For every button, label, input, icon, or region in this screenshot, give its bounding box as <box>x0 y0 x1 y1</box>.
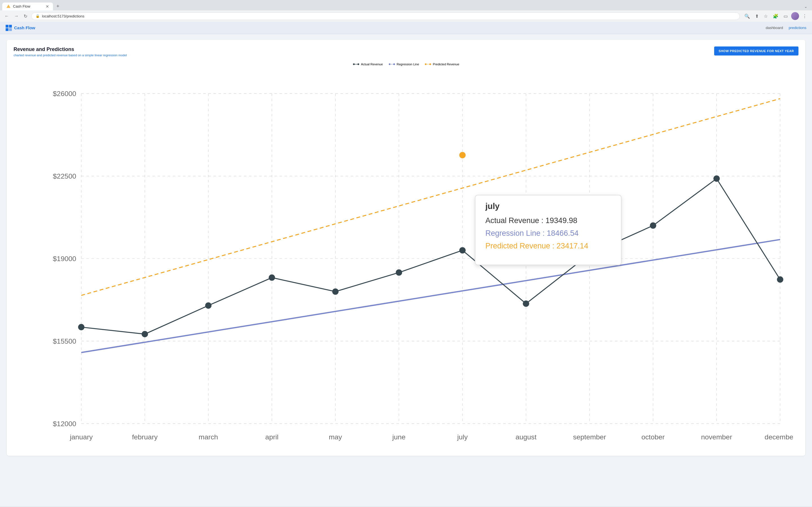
svg-text:Month: Month <box>420 449 441 449</box>
app-nav: dashboard predictions <box>766 25 806 30</box>
regression-line-icon <box>389 62 395 66</box>
svg-text:july: july <box>485 202 500 211</box>
app-header: Cash Flow dashboard predictions <box>0 22 812 34</box>
legend-regression-label: Regression Line <box>397 62 419 66</box>
card-title-area: Revenue and Predictions charted revenue … <box>13 47 127 57</box>
svg-text:$12000: $12000 <box>53 420 77 428</box>
avatar[interactable] <box>791 12 799 20</box>
card-subtitle: charted revenue and predicted revenue ba… <box>13 54 127 57</box>
svg-text:may: may <box>329 433 342 441</box>
data-point-mar[interactable] <box>205 302 212 309</box>
svg-text:march: march <box>199 433 218 441</box>
svg-text:november: november <box>701 433 732 441</box>
chart-card: Revenue and Predictions charted revenue … <box>7 40 805 456</box>
data-point-jan[interactable] <box>78 324 85 330</box>
extensions-button[interactable]: 🧩 <box>771 12 780 20</box>
svg-rect-3 <box>6 28 8 31</box>
card-header: Revenue and Predictions charted revenue … <box>13 47 799 57</box>
svg-text:Predicted Revenue : 23417.14: Predicted Revenue : 23417.14 <box>485 242 588 250</box>
chart-legend: Actual Revenue Regression Line <box>13 62 799 66</box>
svg-text:february: february <box>132 433 158 441</box>
legend-predicted: Predicted Revenue <box>424 62 459 66</box>
dashboard-link[interactable]: dashboard <box>766 25 783 30</box>
logo-text: Cash Flow <box>14 25 35 30</box>
svg-line-50 <box>81 239 780 352</box>
chart-svg: Revenue in CAD $26000 $22500 $19000 $155… <box>31 68 793 449</box>
legend-actual-label: Actual Revenue <box>361 62 383 66</box>
tab-bar: Cash Flow ✕ + ⌄ <box>0 0 812 10</box>
tab-favicon <box>6 4 11 9</box>
refresh-button[interactable]: ↻ <box>22 12 29 20</box>
card-title: Revenue and Predictions <box>13 47 127 52</box>
logo-icon <box>6 25 12 31</box>
data-point-oct[interactable] <box>650 223 656 229</box>
data-point-jun[interactable] <box>396 269 402 276</box>
share-button[interactable]: ⬆ <box>753 12 760 20</box>
address-bar: ← → ↻ 🔒 localhost:5173/predictions 🔍 ⬆ ☆… <box>0 10 812 22</box>
menu-button[interactable]: ⋮ <box>801 12 809 20</box>
svg-line-51 <box>81 99 780 295</box>
svg-point-7 <box>357 63 359 65</box>
browser-chrome: Cash Flow ✕ + ⌄ ← → ↻ 🔒 localhost:5173/p… <box>0 0 812 22</box>
data-point-feb[interactable] <box>142 331 148 337</box>
search-button[interactable]: 🔍 <box>743 12 752 20</box>
svg-text:Regression Line : 18466.54: Regression Line : 18466.54 <box>485 229 578 237</box>
forward-button[interactable]: → <box>13 12 20 20</box>
svg-text:$15500: $15500 <box>53 337 77 345</box>
svg-text:april: april <box>265 433 278 441</box>
legend-regression: Regression Line <box>389 62 419 66</box>
data-point-dec[interactable] <box>777 276 783 283</box>
svg-text:december: december <box>765 433 793 441</box>
data-point-aug[interactable] <box>523 300 529 307</box>
svg-point-10 <box>393 63 395 65</box>
legend-actual: Actual Revenue <box>353 62 383 66</box>
svg-text:october: october <box>642 433 665 441</box>
url-text: localhost:5173/predictions <box>42 14 735 18</box>
url-input[interactable]: 🔒 localhost:5173/predictions <box>31 12 740 20</box>
tab-close-button[interactable]: ✕ <box>46 4 49 9</box>
svg-text:$26000: $26000 <box>53 90 77 98</box>
data-point-apr[interactable] <box>269 274 275 281</box>
predicted-point-jul[interactable] <box>459 152 466 158</box>
svg-rect-2 <box>9 25 12 27</box>
app-container: Cash Flow dashboard predictions Revenue … <box>0 22 812 506</box>
legend-predicted-label: Predicted Revenue <box>433 62 459 66</box>
svg-text:september: september <box>573 433 606 441</box>
new-tab-button[interactable]: + <box>54 2 62 10</box>
data-point-may[interactable] <box>332 288 339 295</box>
chart-container: Revenue in CAD $26000 $22500 $19000 $155… <box>31 68 793 449</box>
data-point-jul[interactable] <box>459 247 466 253</box>
sidebar-button[interactable]: ▭ <box>782 12 790 20</box>
svg-text:Actual Revenue : 19349.98: Actual Revenue : 19349.98 <box>485 216 577 225</box>
svg-rect-1 <box>6 25 8 27</box>
lock-icon: 🔒 <box>36 14 40 18</box>
bookmark-button[interactable]: ☆ <box>762 12 769 20</box>
svg-marker-0 <box>6 4 10 8</box>
svg-text:$19000: $19000 <box>53 255 77 263</box>
back-button[interactable]: ← <box>3 12 10 20</box>
predictions-link[interactable]: predictions <box>789 25 806 30</box>
tab-title: Cash Flow <box>13 4 43 8</box>
svg-text:july: july <box>457 433 468 441</box>
logo-area: Cash Flow <box>6 25 35 31</box>
active-tab[interactable]: Cash Flow ✕ <box>2 3 53 10</box>
show-predicted-button[interactable]: SHOW PREDICTED REVENUE FOR NEXT YEAR <box>714 47 799 55</box>
actual-line-icon <box>353 62 359 66</box>
data-point-nov[interactable] <box>713 175 720 182</box>
svg-text:january: january <box>70 433 93 441</box>
svg-rect-4 <box>9 28 12 31</box>
svg-text:june: june <box>392 433 406 441</box>
browser-actions: 🔍 ⬆ ☆ 🧩 ▭ ⋮ <box>743 12 809 20</box>
svg-text:august: august <box>515 433 536 441</box>
maximize-button[interactable]: ⌄ <box>802 3 810 10</box>
svg-point-13 <box>429 63 431 65</box>
svg-text:$22500: $22500 <box>53 172 77 180</box>
main-content: Revenue and Predictions charted revenue … <box>0 34 812 461</box>
predicted-line-icon <box>424 62 432 66</box>
